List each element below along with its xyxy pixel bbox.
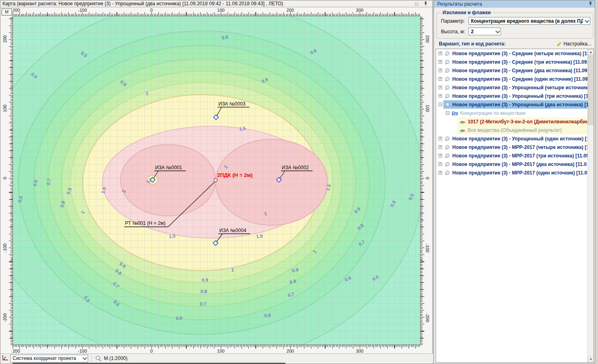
ruler-tick-label: 0 <box>150 8 153 13</box>
tree-item-label: Новое предприятие (3) - Упрощенный (один… <box>452 136 591 142</box>
ruler-unit-box: М <box>2 9 12 15</box>
calculation-variant-icon <box>445 85 450 90</box>
ruler-tick-label: -200 <box>13 8 20 13</box>
scroll-down-button[interactable]: ▼ <box>588 356 594 362</box>
ruler-tick-label: 100 <box>2 105 7 112</box>
expand-icon[interactable]: + <box>438 69 442 72</box>
ruler-tick-label: 200 <box>287 349 294 353</box>
expand-icon[interactable]: + <box>438 137 442 140</box>
calculation-variant-icon <box>445 68 450 73</box>
expand-icon[interactable]: + <box>438 77 442 81</box>
tree-scrollbar[interactable]: ▲ ▼ <box>587 49 594 362</box>
tree-item-label: Новое предприятие (3) - МРР-2017 (четыре… <box>452 144 589 150</box>
ruler-tick-label: 100 <box>425 105 430 112</box>
chevron-down-icon <box>495 28 500 33</box>
tree-item-label: Новое предприятие (3) - Упрощенный (три … <box>452 93 591 99</box>
substance-icon <box>460 128 466 133</box>
expand-icon[interactable]: + <box>438 94 442 98</box>
height-combobox[interactable]: 2 <box>468 28 501 35</box>
ruler-tick-label: -100 <box>425 243 430 252</box>
results-panel-title: Результаты расчета <box>437 1 482 7</box>
collapse-icon[interactable]: − <box>446 111 449 115</box>
results-panel-titlebar: Результаты расчета <box>434 0 595 8</box>
ruler-tick-label: 0 <box>425 177 430 179</box>
ruler-top: -200-1000100200300 <box>13 8 421 16</box>
variants-section-title: Вариант, тип и код расчета: <box>439 41 506 47</box>
statusbar-separator <box>91 355 93 362</box>
tree-item-label: Новое предприятие (3) - Упрощенный (четы… <box>452 85 590 90</box>
calculation-variant-icon <box>445 144 450 150</box>
tree-item-variant[interactable]: +Новое предприятие (3) - Средние (один и… <box>436 75 594 83</box>
map-window-title: Карта (вариант расчета: Новое предприяти… <box>2 1 283 6</box>
tree-item-label: Новое предприятие (3) - МРР-2017 (один и… <box>452 170 590 176</box>
pin-window-button[interactable] <box>423 1 428 6</box>
map-canvas[interactable]: 0.50.60.70.80.911.520.40.50.80.60.90.611… <box>13 16 421 345</box>
tree-item-variant[interactable]: +Новое предприятие (3) - Средние (четыре… <box>436 49 594 58</box>
results-panel: Результаты расчета Изолинии и флажки Пар… <box>434 0 595 364</box>
ruler-tick-label: 0 <box>150 349 153 353</box>
isolines-groupbox: Изолинии и флажки Параметр: Концентрация… <box>436 13 593 39</box>
tree-item-substance[interactable]: 1017 (2-Метилбут-3-ен-2-ол (Диметилвинил… <box>436 117 594 126</box>
tree-item-label: Новое предприятие (3) - Средние (три ист… <box>452 59 591 65</box>
map-scale-label: М (1:2000) <box>104 355 127 361</box>
calculation-variant-icon <box>445 170 450 176</box>
ruler-left: 2001000-100-200 <box>1 16 13 345</box>
tree-item-variant[interactable]: +Новое предприятие (3) - МРР-2017 (три и… <box>436 151 594 160</box>
window-resize-edge[interactable] <box>13 363 285 364</box>
tree-item-label: Новое предприятие (3) - МРР-2017 (два ис… <box>452 162 587 167</box>
tree-item-label: Концентрации по веществам <box>460 110 525 116</box>
settings-link[interactable]: Настройка... <box>557 41 592 47</box>
tree-item-variant[interactable]: −Новое предприятие (3) - Упрощенный (два… <box>436 100 594 109</box>
expand-icon[interactable]: + <box>438 60 442 64</box>
ruler-tick-label: 100 <box>217 349 225 353</box>
coordinate-system-value: Система координат проекта <box>13 355 76 361</box>
calculation-variant-icon <box>445 93 450 99</box>
parameter-value: Концентрация вредного вещества (в долях … <box>471 18 583 24</box>
tree-item-variant[interactable]: +Новое предприятие (3) - Упрощенный (оди… <box>436 134 594 143</box>
tree-item-label: Новое предприятие (3) - Средние (один ис… <box>452 76 589 82</box>
tree-item-group[interactable]: −Концентрации по веществам <box>436 109 594 117</box>
pin-panel-button[interactable] <box>589 1 592 7</box>
ruler-tick-label: 200 <box>287 8 294 13</box>
tree-item-substance[interactable]: Все вещества (Объединённый результат) <box>436 126 594 134</box>
parameter-label: Параметр: <box>441 18 468 24</box>
parameter-combobox[interactable]: Концентрация вредного вещества (в долях … <box>468 17 590 25</box>
pin-icon <box>589 1 592 6</box>
calculation-variant-icon <box>445 76 450 82</box>
expand-icon[interactable]: + <box>438 86 442 89</box>
ruler-tick-label: 300 <box>356 349 363 353</box>
expand-icon[interactable]: + <box>438 162 442 166</box>
ruler-tick-label: 200 <box>425 35 430 43</box>
tree-item-variant[interactable]: +Новое предприятие (3) - МРР-2017 (четыр… <box>436 143 594 151</box>
tree-item-variant[interactable]: +Новое предприятие (3) - Средние (два ис… <box>436 66 594 75</box>
tree-item-variant[interactable]: +Новое предприятие (3) - Средние (три ис… <box>436 58 594 66</box>
ruler-tick-label: -200 <box>425 313 430 322</box>
tree-item-label: Новое предприятие (3) - МРР-2017 (три ис… <box>452 153 589 159</box>
pin-icon <box>424 1 427 6</box>
calculation-variant-icon <box>445 136 450 142</box>
expand-icon[interactable]: + <box>438 154 442 157</box>
map-window-titlebar: Карта (вариант расчета: Новое предприяти… <box>0 0 432 7</box>
scrollbar-thumb[interactable] <box>588 56 594 125</box>
ruler-tick-label: -100 <box>78 349 87 353</box>
tree-item-variant[interactable]: +Новое предприятие (3) - Упрощенный (чет… <box>436 83 594 92</box>
tree-item-variant[interactable]: +Новое предприятие (3) - Упрощенный (три… <box>436 92 594 100</box>
chevron-down-icon <box>585 18 589 22</box>
max-concentration-point[interactable] <box>214 179 217 182</box>
expand-icon[interactable]: + <box>438 145 442 149</box>
tree-item-variant[interactable]: +Новое предприятие (3) - МРР-2017 (два и… <box>436 160 594 168</box>
scroll-up-button[interactable]: ▲ <box>588 49 594 55</box>
magnifier-icon <box>95 355 102 362</box>
collapse-icon[interactable]: − <box>438 103 442 106</box>
ruler-tick-label: 0 <box>2 177 7 179</box>
restore-window-button[interactable]: □ <box>414 1 419 6</box>
ruler-tick-label: 100 <box>217 8 225 13</box>
tree-item-label: Новое предприятие (3) - Упрощенный (два … <box>452 102 589 108</box>
expand-icon[interactable]: + <box>438 52 442 55</box>
tree-item-variant[interactable]: +Новое предприятие (3) - МРР-2017 (один … <box>436 168 594 177</box>
ruler-tick-label: 200 <box>2 35 7 43</box>
ruler-tick-label: -100 <box>78 8 87 13</box>
coordinate-system-combobox[interactable]: Система координат проекта <box>10 355 88 362</box>
ruler-tick-label: -200 <box>13 349 20 353</box>
expand-icon[interactable]: + <box>438 171 442 174</box>
